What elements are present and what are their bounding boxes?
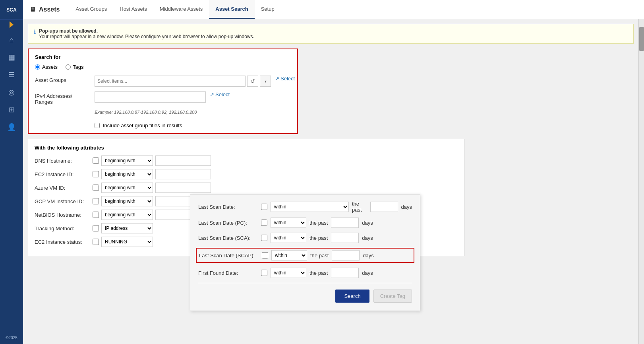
radio-assets-input[interactable] [35,64,40,70]
last-scan-scap-days-input[interactable] [332,250,360,260]
banner-title: Pop-ups must be allowed. [39,28,98,34]
tab-asset-groups[interactable]: Asset Groups [69,0,113,19]
sidebar-item-users[interactable]: 👤 [4,119,19,135]
overlay-footer: Search Create Tag [198,290,412,303]
ipv4-label: IPv4 Addresses/ Ranges [35,91,91,105]
search-button[interactable]: Search [335,290,369,303]
right-scrollbar[interactable] [638,19,644,344]
last-scan-pc-filter[interactable]: within not within [271,218,306,228]
gcp-checkbox[interactable] [93,198,99,204]
netbios-label: NetBIOS Hostname: [35,212,90,218]
include-asset-groups-label: Include asset group titles in results [103,122,182,128]
sidebar-item-home[interactable]: ⌂ [4,32,19,48]
ec2-status-checkbox[interactable] [93,239,99,245]
dns-value-input[interactable] [155,155,211,166]
ip-example: Example: 192.168.0.87-192.168.0.92, 192.… [95,110,291,115]
netbios-checkbox[interactable] [93,212,99,218]
first-found-checkbox[interactable] [261,270,267,276]
info-icon: ℹ [34,29,36,35]
page-content: ℹ Pop-ups must be allowed. Your report w… [23,19,638,344]
overlay-row-last-scan: Last Scan Date: within not within before… [198,201,412,213]
tab-asset-search[interactable]: Asset Search [209,0,254,19]
first-found-days-input[interactable] [331,268,359,278]
tracking-filter-select[interactable]: IP address DNS NetBIOS [101,223,153,233]
first-found-filter[interactable]: within not within [271,268,306,278]
sidebar-item-scans[interactable]: ◎ [4,84,19,100]
asset-groups-input[interactable] [95,76,246,87]
attr-row-dns: DNS Hostname: beginning with ending with… [35,155,458,166]
include-asset-groups-checkbox[interactable] [95,123,100,128]
ec2-label: EC2 Instance ID: [35,171,90,177]
overlay-row-last-scan-sca: Last Scan Date (SCA): within not within … [198,233,412,243]
radio-assets[interactable]: Assets [35,64,58,70]
search-for-title: Search for [35,54,291,60]
last-scan-filter[interactable]: within not within before after [271,202,349,212]
attr-row-azure: Azure VM ID: beginning with ending with [35,183,458,193]
server-icon: 🖥 [29,6,36,13]
sidebar-triangle [10,21,14,28]
refresh-icon[interactable]: ↺ [247,76,258,87]
dns-label: DNS Hostname: [35,158,90,164]
asset-groups-row: Asset Groups ↺ ▾ ↗ Select [35,76,291,87]
sidebar-item-assets[interactable]: ⊞ [4,102,19,118]
tab-host-assets[interactable]: Host Assets [113,0,153,19]
radio-tags-input[interactable] [66,64,71,70]
last-scan-pc-label: Last Scan Date (PC): [198,220,258,226]
last-scan-days-input[interactable] [370,202,398,212]
ec2-status-filter-select[interactable]: RUNNING STOPPED TERMINATED [101,237,153,247]
last-scan-checkbox[interactable] [261,204,267,210]
last-scan-sca-days-input[interactable] [331,233,359,243]
dropdown-icon[interactable]: ▾ [260,76,271,87]
app-name: SCA [6,7,16,13]
last-scan-pc-days-input[interactable] [331,218,359,228]
overlay-row-last-scan-pc: Last Scan Date (PC): within not within t… [198,218,412,228]
first-found-the-past: the past [309,270,328,276]
sidebar-icons: ⌂ ▦ ☰ ◎ ⊞ 👤 [0,32,23,135]
overlay-panel: Last Scan Date: within not within before… [190,194,420,311]
attr-row-ec2: EC2 Instance ID: beginning with ending w… [35,169,458,179]
sidebar: SCA ⌂ ▦ ☰ ◎ ⊞ 👤 ©2025 [0,0,23,344]
asset-groups-select-link[interactable]: ↗ Select [275,76,295,82]
overlay-divider [198,283,412,283]
info-banner: ℹ Pop-ups must be allowed. Your report w… [28,24,634,44]
copyright: ©2025 [6,336,17,340]
ec2-value-input[interactable] [155,169,211,179]
last-scan-pc-days-label: days [362,220,373,226]
last-scan-scap-label: Last Scan Date (SCAP): [199,253,259,258]
page-title: 🖥 Assets [29,6,60,13]
cursor-icon-2: ↗ [210,91,214,97]
tab-setup[interactable]: Setup [255,0,281,19]
ec2-filter-select[interactable]: beginning with ending with [101,169,153,179]
azure-filter-select[interactable]: beginning with ending with [101,183,153,193]
azure-checkbox[interactable] [93,185,99,191]
last-scan-sca-checkbox[interactable] [261,235,267,241]
last-scan-scap-checkbox[interactable] [262,252,268,258]
sidebar-item-reports[interactable]: ☰ [4,67,19,83]
dns-checkbox[interactable] [93,157,99,164]
gcp-filter-select[interactable]: beginning with ending with [101,196,153,206]
ec2-checkbox[interactable] [93,171,99,177]
first-found-days-label: days [362,270,373,276]
asset-groups-combo: ↺ ▾ [95,76,271,87]
dns-filter-select[interactable]: beginning with ending with containing [101,155,153,166]
last-scan-pc-checkbox[interactable] [261,220,267,226]
last-scan-sca-filter[interactable]: within not within [271,233,306,243]
last-scan-pc-the-past: the past [309,220,328,226]
attributes-title: With the following attributes [35,145,458,151]
ipv4-input[interactable] [95,91,206,103]
tracking-checkbox[interactable] [93,225,99,231]
radio-tags[interactable]: Tags [66,64,83,70]
azure-value-input[interactable] [155,183,211,193]
gcp-label: GCP VM Instance ID: [35,198,90,204]
cursor-icon: ↗ [275,76,279,82]
ipv4-select-link[interactable]: ↗ Select [210,91,230,97]
tab-middleware-assets[interactable]: Middleware Assets [153,0,209,19]
ipv4-row: IPv4 Addresses/ Ranges ↗ Select [35,91,291,105]
last-scan-scap-filter[interactable]: within not within [271,250,307,260]
last-scan-sca-days-label: days [362,235,373,241]
first-found-label: First Found Date: [198,270,258,276]
overlay-row-last-scan-scap: Last Scan Date (SCAP): within not within… [196,248,414,263]
netbios-filter-select[interactable]: beginning with ending with [101,210,153,220]
main-content: 🖥 Assets Asset Groups Host Assets Middle… [23,0,644,344]
sidebar-item-dashboard[interactable]: ▦ [4,49,19,65]
